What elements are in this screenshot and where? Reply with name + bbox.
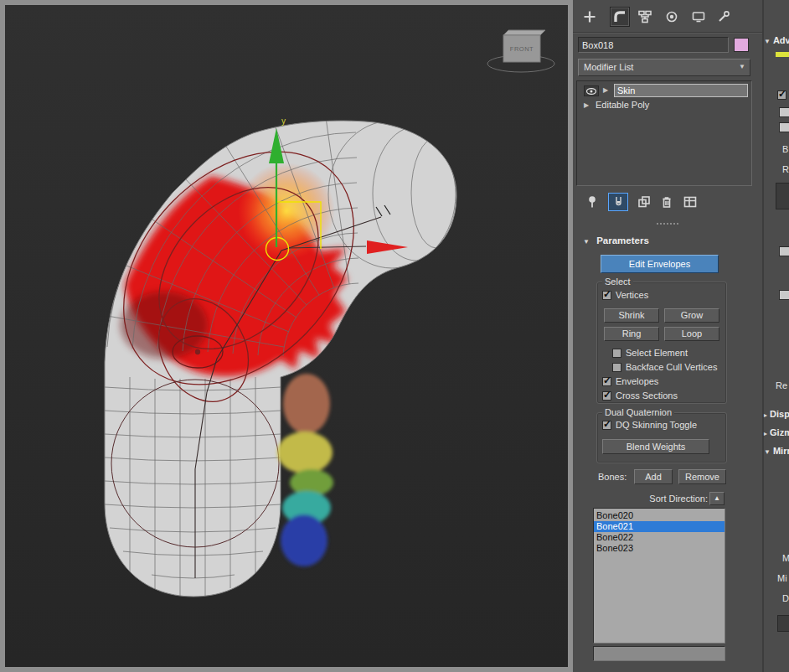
tab-display[interactable]: [688, 7, 709, 27]
modifier-list-dropdown[interactable]: Modifier List ▼: [578, 59, 750, 76]
chevron-down-icon: ▼: [739, 63, 745, 70]
backface-cull-checkbox[interactable]: [612, 363, 621, 372]
rollout-display-header[interactable]: ▸Disp: [764, 409, 789, 419]
modify-icon: [613, 10, 627, 23]
panel-drag-grip[interactable]: [657, 223, 678, 225]
sort-direction-label: Sort Direction:: [598, 494, 708, 504]
viewcube[interactable]: FRONT: [487, 30, 554, 72]
select-element-label: Select Element: [626, 348, 688, 358]
hierarchy-icon: [638, 10, 652, 23]
stack-item-editable-poly-label: Editable Poly: [596, 100, 649, 110]
object-name-input[interactable]: [578, 37, 729, 53]
bone-list-scrollbar[interactable]: [593, 646, 725, 661]
bone-list-item[interactable]: Bone023: [594, 543, 725, 554]
pin-icon: [585, 195, 599, 209]
rollout-arrow-icon: ▼: [764, 448, 771, 456]
stack-item-skin[interactable]: ▶ Skin: [577, 84, 751, 98]
rollout-mirror-header[interactable]: ▼Mirr: [764, 446, 789, 456]
envelopes-checkbox[interactable]: [602, 377, 611, 386]
clipped-label: D: [782, 593, 789, 603]
eye-icon: [585, 87, 597, 96]
pin-stack-button[interactable]: [582, 193, 602, 211]
shrink-button[interactable]: Shrink: [604, 308, 659, 323]
expand-arrow-icon[interactable]: ▶: [584, 101, 589, 109]
grow-button[interactable]: Grow: [664, 308, 719, 323]
vertices-label: Vertices: [616, 290, 648, 300]
clipped-checkbox[interactable]: [777, 90, 786, 100]
modifier-stack[interactable]: ▶ Skin ▶ Editable Poly: [576, 80, 752, 186]
app-window: y FRONT: [0, 0, 789, 672]
create-icon: [583, 10, 596, 23]
viewport-3d[interactable]: y FRONT: [5, 5, 568, 667]
clipped-field[interactable]: [776, 183, 789, 209]
rollout-gizmos-label: Gizm: [770, 427, 789, 437]
select-group-label: Select: [602, 277, 633, 287]
display-icon: [692, 10, 705, 23]
bone-list-item[interactable]: Bone021: [594, 521, 725, 532]
tab-utilities[interactable]: [714, 7, 734, 27]
weight-blobs: [277, 374, 333, 566]
clipped-spinner-field[interactable]: [779, 122, 789, 132]
rollout-arrow-icon: ▸: [764, 411, 767, 419]
backface-cull-label: Backface Cull Vertices: [626, 362, 717, 372]
stack-item-editable-poly[interactable]: ▶ Editable Poly: [577, 99, 751, 113]
dual-quaternion-label: Dual Quaternion: [602, 407, 674, 417]
configure-modifier-sets-button[interactable]: [680, 193, 700, 211]
rollout-advanced-label: Adv: [773, 35, 789, 45]
rollout-display-label: Disp: [770, 409, 789, 419]
trash-icon: [660, 195, 673, 209]
expand-arrow-icon[interactable]: ▶: [603, 86, 608, 94]
tab-create[interactable]: [580, 7, 600, 27]
show-end-result-button[interactable]: [608, 193, 628, 211]
clipped-spinner-field[interactable]: [779, 246, 789, 256]
rollout-parameters-header[interactable]: ▼ Parameters: [583, 235, 649, 246]
rollout-gizmos-header[interactable]: ▸Gizm: [764, 427, 789, 437]
bone-list[interactable]: Bone020Bone021Bone022Bone023: [593, 508, 725, 644]
add-bone-button[interactable]: Add: [634, 469, 673, 484]
stack-item-skin-label[interactable]: Skin: [614, 84, 748, 97]
dual-quaternion-group: Dual Quaternion DQ Skinning Toggle Blend…: [596, 412, 727, 463]
visibility-toggle[interactable]: [584, 85, 599, 96]
vertices-checkbox[interactable]: [602, 291, 611, 300]
envelopes-label: Envelopes: [616, 376, 658, 386]
secondary-panel-column: ▼Adv B R Re ▸Disp ▸Gizm ▼Mirr M Mi D: [762, 0, 789, 672]
remove-bone-button[interactable]: Remove: [678, 469, 726, 484]
clipped-label: M: [782, 553, 789, 563]
loop-button[interactable]: Loop: [664, 327, 719, 341]
rollout-advanced-header[interactable]: ▼Adv: [764, 35, 789, 45]
bone-list-item[interactable]: Bone022: [594, 532, 725, 543]
gizmo-y-label: y: [281, 116, 286, 126]
clipped-label: Mi: [777, 573, 787, 583]
ring-button[interactable]: Ring: [604, 327, 659, 341]
clipped-field[interactable]: [777, 615, 789, 632]
tab-modify[interactable]: [610, 7, 630, 27]
make-unique-button[interactable]: [634, 193, 654, 211]
cross-sections-checkbox[interactable]: [602, 391, 611, 401]
clipped-spinner-field[interactable]: [779, 107, 789, 117]
clipped-label: B: [782, 144, 788, 154]
clipped-spinner-field[interactable]: [779, 290, 789, 300]
clipped-label: R: [782, 164, 789, 174]
select-element-checkbox[interactable]: [612, 349, 621, 358]
rollout-arrow-icon: ▸: [764, 430, 767, 437]
object-color-swatch[interactable]: [734, 38, 749, 52]
highlight-bar: [776, 52, 789, 57]
tab-hierarchy[interactable]: [635, 7, 655, 27]
edit-envelopes-button[interactable]: Edit Envelopes: [601, 255, 719, 273]
blend-weights-button[interactable]: Blend Weights: [602, 439, 709, 454]
rollout-arrow-icon: ▼: [583, 238, 590, 246]
rollout-parameters-title: Parameters: [596, 235, 649, 246]
cross-sections-label: Cross Sections: [616, 390, 678, 401]
select-group: Select Vertices Shrink Grow Ring Loop Se…: [596, 282, 727, 404]
tab-motion[interactable]: [662, 7, 682, 27]
rollout-mirror-label: Mirr: [773, 446, 789, 456]
bone-list-item[interactable]: Bone020: [594, 510, 725, 521]
toolbar-separator-highlight: [573, 33, 762, 34]
clipped-label: Re: [776, 380, 787, 390]
sort-direction-button[interactable]: ▲: [709, 492, 725, 505]
dq-skinning-checkbox[interactable]: [602, 421, 611, 430]
remove-modifier-button[interactable]: [657, 193, 677, 211]
command-panel: Modifier List ▼ ▶ Skin ▶ Editable Poly: [573, 0, 762, 672]
duplicate-icon: [637, 195, 651, 209]
configure-sets-icon: [683, 195, 697, 209]
